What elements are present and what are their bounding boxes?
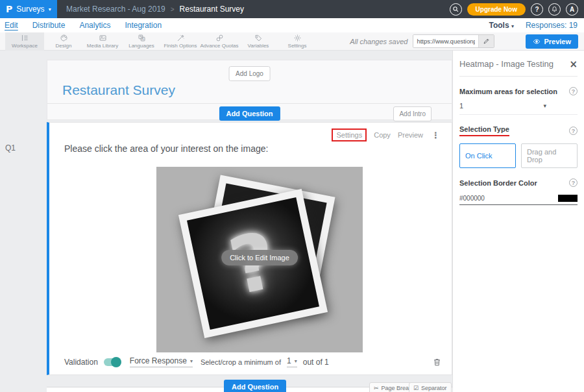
question-number-label: Q1 xyxy=(5,143,16,153)
toolbar-item-finish-options[interactable]: Finish Options xyxy=(161,32,200,51)
section-nav: Edit Distribute Analytics Integration To… xyxy=(0,18,584,32)
magic-wand-icon xyxy=(176,34,185,42)
questionpro-logo-icon: P xyxy=(6,4,12,14)
palette-icon xyxy=(60,34,68,42)
scissors-icon: ✂ xyxy=(374,385,379,391)
chevron-down-icon: ▾ xyxy=(295,358,297,364)
border-color-label: Selection Border Color xyxy=(459,179,537,187)
topbar-actions: Upgrade Now ? A xyxy=(450,3,584,16)
question-card: Settings Copy Preview ⋮ Please click the… xyxy=(47,122,452,375)
help-button[interactable]: ? xyxy=(531,3,543,16)
question-settings-panel: Heatmap - Image Testing × Maximum areas … xyxy=(452,51,584,392)
close-icon[interactable]: × xyxy=(569,60,578,68)
minimum-select-label: Select/crop a minimum of xyxy=(201,358,281,366)
image-icon xyxy=(99,34,107,42)
border-color-row xyxy=(459,195,578,205)
selection-type-label-row: Selection Type ? xyxy=(459,125,578,136)
validation-toggle[interactable] xyxy=(104,358,121,366)
max-areas-label-row: Maximum areas for selection ? xyxy=(459,87,578,95)
save-status: All changes saved xyxy=(350,38,408,45)
chain-links-icon xyxy=(215,34,224,42)
checkbox-icon: ☑ xyxy=(413,385,419,391)
surveys-menu[interactable]: P Surveys ▾ xyxy=(0,0,57,18)
editor-toolbar: Workspace Design Media Library A Languag… xyxy=(0,32,584,51)
add-question-footer-button[interactable]: Add Question xyxy=(224,380,286,392)
chevron-down-icon: ▾ xyxy=(543,103,546,109)
question-copy-button[interactable]: Copy xyxy=(374,131,391,139)
help-icon[interactable]: ? xyxy=(569,87,578,95)
chevron-down-icon: ▾ xyxy=(49,6,51,12)
survey-url-box xyxy=(413,34,494,48)
minimum-count-select[interactable]: 1▾ xyxy=(287,356,297,367)
heatmap-image-placeholder[interactable]: ? Click to Edit Image xyxy=(156,167,363,352)
selection-type-on-click[interactable]: On Click xyxy=(459,143,516,168)
add-question-button[interactable]: Add Question xyxy=(219,106,280,121)
survey-header-card: Add Logo Restaurant Survey Add Question … xyxy=(47,60,452,120)
divider xyxy=(47,103,452,104)
toolbar-item-advance-quotas[interactable]: Advance Quotas xyxy=(200,32,239,51)
max-areas-label: Maximum areas for selection xyxy=(459,88,557,95)
preview-button[interactable]: Preview xyxy=(526,34,578,49)
kebab-menu-icon[interactable]: ⋮ xyxy=(430,130,441,140)
workspace-icon xyxy=(21,34,29,42)
top-bar: P Surveys ▾ Market Research - Aug 2019 >… xyxy=(0,0,584,18)
toolbar-items: Workspace Design Media Library A Languag… xyxy=(0,32,317,51)
question-settings-button[interactable]: Settings xyxy=(332,129,367,141)
tag-icon xyxy=(254,34,263,42)
upgrade-now-button[interactable]: Upgrade Now xyxy=(467,3,526,16)
svg-text:A: A xyxy=(141,38,143,41)
product-label: Surveys xyxy=(16,5,44,14)
add-logo-button[interactable]: Add Logo xyxy=(228,66,271,81)
selection-type-drag-drop[interactable]: Drag and Drop xyxy=(521,143,578,168)
questionpro-survey-editor: P Surveys ▾ Market Research - Aug 2019 >… xyxy=(0,0,584,392)
question-actions: Settings Copy Preview ⋮ xyxy=(332,129,441,141)
toolbar-item-workspace[interactable]: Workspace xyxy=(5,32,44,51)
validation-type-select[interactable]: Force Response▾ xyxy=(130,356,193,367)
separator-button[interactable]: ☑ Separator xyxy=(409,382,452,392)
max-areas-select[interactable]: 1 ▾ xyxy=(459,95,578,115)
toolbar-item-settings[interactable]: Settings xyxy=(278,32,317,51)
toolbar-item-design[interactable]: Design xyxy=(44,32,83,51)
chevron-down-icon: ▾ xyxy=(190,358,193,364)
selection-type-label: Selection Type xyxy=(459,125,509,136)
delete-question-trash-icon[interactable] xyxy=(433,358,441,367)
color-swatch[interactable] xyxy=(558,195,578,202)
toolbar-item-variables[interactable]: Variables xyxy=(239,32,278,51)
nav-tabs: Edit Distribute Analytics Integration xyxy=(0,21,162,30)
toolbar-item-languages[interactable]: A Languages xyxy=(122,32,161,51)
help-icon[interactable]: ? xyxy=(569,127,578,135)
breadcrumb-parent-link[interactable]: Market Research - Aug 2019 xyxy=(66,5,165,14)
question-preview-button[interactable]: Preview xyxy=(398,131,423,139)
edit-url-pencil-icon[interactable] xyxy=(478,35,494,47)
gear-icon xyxy=(293,34,302,42)
add-intro-button[interactable]: Add Intro xyxy=(393,106,432,121)
responses-count-link[interactable]: Responses: 19 xyxy=(526,21,578,30)
validation-label: Validation xyxy=(64,358,98,367)
breadcrumb: Market Research - Aug 2019 > Restaurant … xyxy=(66,5,244,14)
avatar[interactable]: A xyxy=(566,3,578,16)
click-to-edit-image-button[interactable]: Click to Edit Image xyxy=(221,250,298,265)
tab-edit[interactable]: Edit xyxy=(5,21,18,30)
tab-analytics[interactable]: Analytics xyxy=(79,21,110,30)
out-of-label: out of 1 xyxy=(303,358,329,367)
tab-integration[interactable]: Integration xyxy=(125,21,162,30)
panel-header: Heatmap - Image Testing × xyxy=(459,51,578,77)
breadcrumb-current: Restaurant Survey xyxy=(180,5,244,14)
tab-distribute[interactable]: Distribute xyxy=(32,21,66,30)
border-color-input[interactable] xyxy=(459,195,511,202)
translate-icon: A xyxy=(138,34,146,42)
panel-title: Heatmap - Image Testing xyxy=(459,59,554,69)
question-text[interactable]: Please click the area of your interest o… xyxy=(64,143,268,154)
selection-type-options: On Click Drag and Drop xyxy=(459,143,578,168)
survey-url-input[interactable] xyxy=(413,35,478,47)
notifications-bell-icon[interactable] xyxy=(548,3,561,16)
search-icon[interactable] xyxy=(450,3,462,16)
toolbar-right: All changes saved Preview xyxy=(350,34,584,49)
toolbar-item-media-library[interactable]: Media Library xyxy=(83,32,122,51)
tools-dropdown[interactable]: Tools ▾ xyxy=(489,21,513,30)
border-color-label-row: Selection Border Color ? xyxy=(459,178,578,187)
chevron-down-icon: ▾ xyxy=(511,23,514,29)
nav-right: Tools ▾ Responses: 19 xyxy=(489,21,584,30)
survey-title[interactable]: Restaurant Survey xyxy=(62,82,175,98)
help-icon[interactable]: ? xyxy=(569,178,578,187)
